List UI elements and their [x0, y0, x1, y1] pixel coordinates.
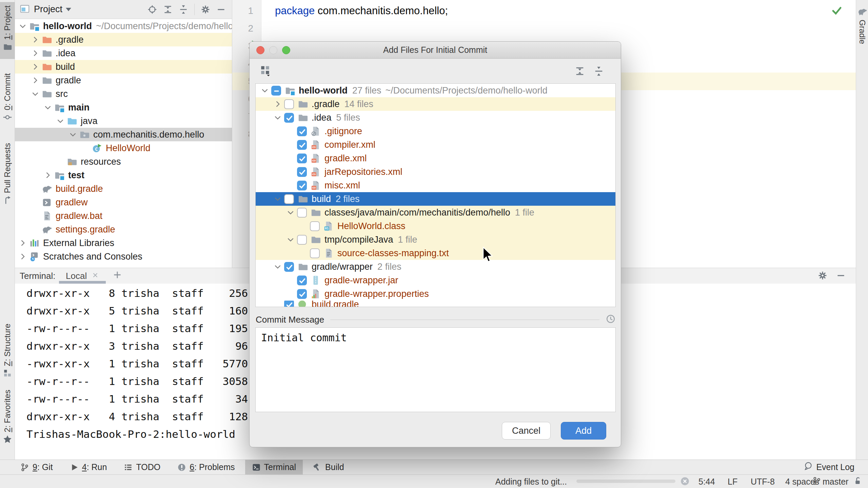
clock-history-icon[interactable] [606, 314, 616, 324]
tree-item-test[interactable]: test [15, 168, 232, 182]
cancel-progress-icon[interactable] [680, 476, 690, 488]
chevron-collapsed-icon[interactable] [41, 168, 54, 182]
dialog-tree-item-gradle-wrapper[interactable]: gradle/wrapper2 files [256, 260, 615, 273]
expand-all-icon[interactable] [575, 66, 585, 76]
chevron-expanded-icon[interactable] [41, 101, 54, 114]
dialog-tree-item--gitignore[interactable]: .gitignore [256, 124, 615, 138]
chevron-expanded-icon[interactable] [284, 206, 297, 219]
terminal-output[interactable]: drwxr-xr-x 8 trisha staff 256drwxr-xr-x … [26, 287, 248, 446]
chevron-collapsed-icon[interactable] [29, 33, 41, 46]
checkbox-off[interactable] [284, 99, 294, 109]
tree-item-src[interactable]: src [15, 87, 232, 101]
dialog-tree-item-source-classes-mapping-txt[interactable]: source-classes-mapping.txt [256, 246, 615, 260]
toolwindow-button-todo[interactable]: TODO [117, 460, 167, 475]
add-button[interactable]: Add [561, 422, 606, 440]
checkbox-on[interactable] [284, 262, 294, 272]
terminal-tab-local[interactable]: Local [66, 271, 99, 281]
minimize-icon[interactable] [836, 271, 846, 280]
close-icon[interactable] [92, 271, 99, 281]
tree-item-gradlew[interactable]: gradlew [15, 196, 232, 209]
toolwindow-button-9--git[interactable]: 9: Git [14, 460, 60, 475]
dialog-tree-item-build[interactable]: build2 files [256, 192, 615, 206]
group-by-icon[interactable] [260, 65, 271, 76]
tree-item-resources[interactable]: resources [15, 155, 232, 168]
expand-all-icon[interactable] [163, 5, 173, 14]
chevron-expanded-icon[interactable] [271, 260, 284, 273]
chevron-expanded-icon[interactable] [258, 84, 271, 97]
tree-item-hello-world[interactable]: hello-world~/Documents/Projects/demo/hel… [15, 19, 232, 33]
gear-icon[interactable] [201, 5, 210, 14]
checkbox-on[interactable] [284, 301, 294, 307]
x-cancel-icon[interactable] [680, 476, 690, 486]
tree-item-external-libraries[interactable]: External Libraries [15, 236, 232, 250]
minimize-icon[interactable] [216, 5, 226, 14]
checkbox-on[interactable] [297, 289, 307, 299]
git-branch-name[interactable]: master [823, 477, 848, 487]
tree-item-helloworld[interactable]: CHelloWorld [15, 141, 232, 155]
collapse-all-icon[interactable] [594, 66, 604, 78]
checkbox-on[interactable] [297, 167, 307, 177]
tree-item-scratches-and-consoles[interactable]: Scratches and Consoles [15, 250, 232, 263]
dialog-tree-item-build-gradle[interactable]: build.gradle [256, 301, 615, 307]
chevron-collapsed-icon[interactable] [16, 250, 29, 263]
file-encoding[interactable]: UTF-8 [751, 477, 775, 487]
stripe-tab-gradle[interactable]: Gradle [856, 7, 868, 85]
tree-item--idea[interactable]: .idea [15, 46, 232, 60]
checkbox-on[interactable] [297, 154, 307, 163]
group-by-directory-icon[interactable] [260, 65, 271, 78]
checkbox-on[interactable] [297, 140, 307, 150]
checkbox-off[interactable] [297, 208, 307, 218]
event-log-button[interactable]: Event Log [804, 460, 854, 474]
checkbox-off[interactable] [310, 248, 320, 258]
message-history-icon[interactable] [606, 314, 616, 325]
dialog-tree-item-gradle-wrapper-properties[interactable]: gradle-wrapper.properties [256, 287, 615, 301]
dialog-tree-item-gradle-wrapper-jar[interactable]: gradle-wrapper.jar [256, 273, 615, 287]
locate-icon[interactable] [147, 5, 157, 14]
chevron-collapsed-icon[interactable] [16, 236, 29, 250]
checkbox-minus[interactable] [271, 86, 281, 96]
dialog-tree-item-misc-xml[interactable]: <>misc.xml [256, 179, 615, 192]
chevron-collapsed-icon[interactable] [271, 97, 284, 111]
dialog-tree-item-compiler-xml[interactable]: <>compiler.xml [256, 138, 615, 151]
chevron-expanded-icon[interactable] [16, 19, 29, 33]
chevron-collapsed-icon[interactable] [29, 46, 41, 60]
toolwindow-button-terminal[interactable]: Terminal [245, 460, 303, 475]
stripe-tab----commit[interactable]: 0: Commit [0, 70, 15, 127]
chevron-collapsed-icon[interactable] [29, 74, 41, 87]
collapse-all-icon[interactable] [594, 66, 604, 76]
dialog-tree-item-jarrepositories-xml[interactable]: <>jarRepositories.xml [256, 165, 615, 179]
chevron-down-icon[interactable] [66, 8, 71, 11]
tree-item-com-mechanitis-demo-hello[interactable]: com.mechanitis.demo.hello [15, 128, 232, 141]
checkbox-on[interactable] [297, 276, 307, 285]
chevron-expanded-icon[interactable] [271, 192, 284, 206]
stripe-tab----project[interactable]: 1: Project [0, 2, 15, 59]
checkbox-off[interactable] [297, 235, 307, 245]
inspections-ok-icon[interactable] [831, 5, 842, 17]
tree-item-java[interactable]: java [15, 114, 232, 128]
dialog-tree-item-gradle-xml[interactable]: <>gradle.xml [256, 151, 615, 165]
dialog-tree-item-hello-world[interactable]: hello-world27 files~/Documents/Projects/… [256, 84, 615, 97]
tree-item-settings-gradle[interactable]: settings.gradle [15, 223, 232, 236]
caret-position[interactable]: 5:44 [698, 477, 715, 487]
new-terminal-tab-button[interactable] [113, 270, 122, 281]
cancel-button[interactable]: Cancel [502, 422, 551, 440]
tree-item-gradlew-bat[interactable]: gradlew.bat [15, 209, 232, 223]
dialog-tree-item-helloworld-class[interactable]: 01HelloWorld.class [256, 219, 615, 233]
stripe-tab----favorites[interactable]: 2: Favorites [0, 390, 15, 454]
tree-item-gradle[interactable]: gradle [15, 74, 232, 87]
dialog-tree-item--gradle[interactable]: .gradle14 files [256, 97, 615, 111]
checkbox-on[interactable] [297, 181, 307, 190]
tree-item-build[interactable]: build [15, 60, 232, 74]
tree-item-main[interactable]: main [15, 101, 232, 114]
tree-item--gradle[interactable]: .gradle [15, 33, 232, 46]
chevron-expanded-icon[interactable] [271, 111, 284, 124]
toolwindow-button-build[interactable]: Build [306, 460, 351, 475]
collapse-all-icon[interactable] [179, 5, 188, 14]
plus-icon[interactable] [113, 270, 122, 280]
toolwindow-button-6--problems[interactable]: 6: Problems [171, 460, 241, 475]
stripe-tab-pull-requests[interactable]: Pull Requests [0, 140, 15, 228]
checkbox-on[interactable] [284, 113, 294, 123]
gear-icon[interactable] [818, 271, 827, 280]
stripe-tab-z--structure[interactable]: Z: Structure [0, 324, 15, 388]
dialog-tree-item-tmp-compilejava[interactable]: tmp/compileJava1 file [256, 233, 615, 246]
